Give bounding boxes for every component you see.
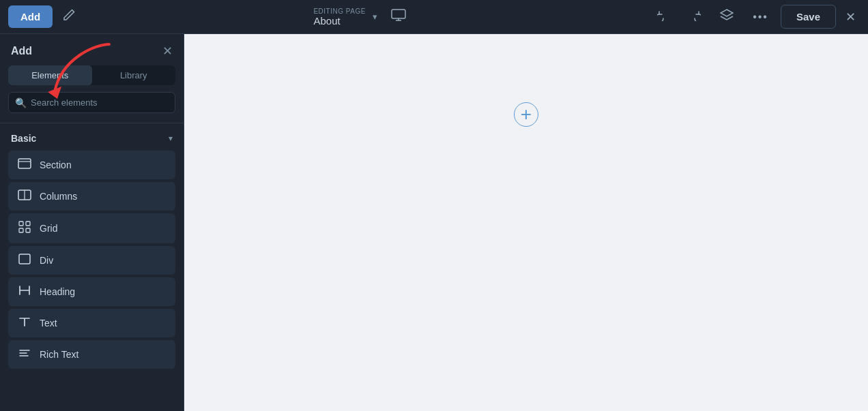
div-icon	[18, 254, 31, 267]
element-label-text: Text	[40, 318, 57, 329]
undo-icon	[657, 9, 669, 21]
element-item-columns[interactable]: Columns	[8, 182, 175, 211]
undo-button[interactable]	[650, 5, 676, 29]
plus-icon: +	[521, 104, 532, 125]
elements-list: Section Columns	[0, 148, 184, 371]
page-dropdown-button[interactable]: ▾	[370, 9, 380, 25]
tab-elements[interactable]: Elements	[8, 65, 92, 85]
search-wrap: 🔍	[8, 92, 175, 113]
sidebar-panel: Add ✕ Elements Library 🔍 Basic ▾	[0, 34, 184, 411]
tab-library[interactable]: Library	[92, 65, 176, 85]
text-icon	[18, 316, 31, 330]
panel-header: Add ✕	[0, 34, 184, 65]
divider	[0, 123, 184, 123]
svg-rect-7	[19, 254, 30, 264]
svg-rect-0	[392, 10, 405, 18]
editing-page-info: EDITING PAGE About	[313, 7, 365, 27]
element-label-section: Section	[40, 159, 72, 170]
element-item-section[interactable]: Section	[8, 151, 175, 179]
element-label-heading: Heading	[40, 286, 75, 297]
element-item-grid[interactable]: Grid	[8, 213, 175, 243]
panel-tabs: Elements Library	[8, 65, 175, 85]
canvas-area: +	[184, 34, 868, 411]
element-label-div: Div	[40, 255, 53, 266]
redo-icon	[689, 9, 701, 21]
close-toolbar-button[interactable]: ✕	[841, 5, 860, 29]
main-area: Add ✕ Elements Library 🔍 Basic ▾	[0, 34, 868, 411]
svg-rect-4	[26, 222, 30, 226]
svg-rect-1	[18, 159, 31, 168]
search-icon: 🔍	[15, 97, 27, 108]
toolbar-left: Add	[8, 4, 80, 29]
section-icon	[18, 158, 31, 172]
section-heading-label: Basic	[11, 133, 36, 144]
editing-page-title: About	[313, 15, 340, 27]
svg-rect-6	[26, 228, 30, 232]
columns-icon	[18, 189, 31, 203]
element-label-columns: Columns	[40, 191, 77, 202]
grid-icon	[18, 221, 31, 236]
layers-button[interactable]	[713, 5, 740, 29]
panel-title: Add	[11, 45, 32, 57]
svg-rect-3	[19, 222, 23, 226]
add-button[interactable]: Add	[8, 5, 53, 28]
section-heading: Basic ▾	[0, 126, 184, 148]
monitor-icon	[391, 9, 406, 21]
toolbar: Add EDITING PAGE About ▾	[0, 0, 868, 34]
element-item-richtext[interactable]: Rich Text	[8, 340, 175, 369]
editing-page-sublabel: EDITING PAGE	[313, 7, 365, 15]
element-item-text[interactable]: Text	[8, 309, 175, 337]
element-item-heading[interactable]: Heading	[8, 277, 175, 306]
add-section-button[interactable]: +	[514, 102, 538, 127]
element-label-grid: Grid	[40, 223, 57, 234]
element-label-richtext: Rich Text	[40, 349, 78, 360]
more-icon: •••	[753, 11, 768, 22]
element-item-div[interactable]: Div	[8, 246, 175, 275]
more-button[interactable]: •••	[746, 5, 775, 28]
redo-button[interactable]	[682, 5, 708, 29]
close-icon: ✕	[845, 10, 856, 24]
search-input[interactable]	[8, 92, 175, 113]
pencil-icon	[62, 8, 76, 22]
save-button[interactable]: Save	[781, 5, 836, 29]
edit-icon-button[interactable]	[58, 4, 80, 29]
layers-icon	[720, 9, 734, 21]
monitor-button[interactable]	[380, 5, 417, 29]
svg-rect-5	[19, 228, 23, 232]
chevron-down-icon: ▾	[169, 134, 173, 143]
richtext-icon	[18, 348, 31, 361]
heading-icon	[18, 285, 31, 299]
toolbar-center: EDITING PAGE About ▾	[85, 5, 645, 29]
panel-close-button[interactable]: ✕	[162, 44, 173, 59]
toolbar-right: ••• Save ✕	[650, 5, 860, 29]
